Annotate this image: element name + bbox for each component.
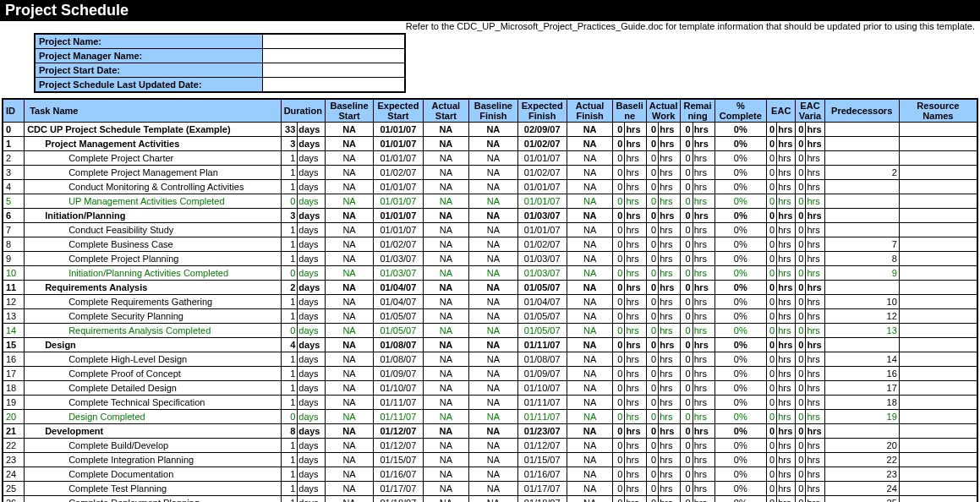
cell-estart: 01/02/07 xyxy=(374,166,423,180)
cell-res xyxy=(899,439,977,453)
cell-eac-u: hrs xyxy=(777,209,796,223)
cell-afinish: NA xyxy=(567,281,613,295)
cell-efinish: 01/03/07 xyxy=(517,209,567,223)
meta-value[interactable] xyxy=(263,49,406,63)
cell-rem-n: 0 xyxy=(681,237,693,252)
cell-id: 4 xyxy=(3,180,25,194)
cell-bstart: NA xyxy=(325,453,373,467)
hdr-res: Resource Names xyxy=(899,99,977,123)
cell-bstart: NA xyxy=(325,209,373,223)
table-row: 8Complete Business Case1daysNA01/02/07NA… xyxy=(3,237,977,252)
hdr-actualwork: Actual Work xyxy=(646,99,681,123)
cell-eacv-u: hrs xyxy=(806,266,824,281)
cell-rem-u: hrs xyxy=(693,352,714,367)
meta-value[interactable] xyxy=(263,63,406,78)
cell-pred xyxy=(824,338,899,352)
hdr-id: ID xyxy=(3,99,25,123)
cell-afinish: NA xyxy=(567,166,613,180)
cell-id: 22 xyxy=(3,439,25,453)
cell-eacv-u: hrs xyxy=(806,223,824,237)
cell-estart: 01/12/07 xyxy=(374,424,423,439)
cell-eac-u: hrs xyxy=(777,396,796,410)
cell-estart: 01/08/07 xyxy=(374,338,423,352)
cell-afinish: NA xyxy=(567,410,613,424)
cell-afinish: NA xyxy=(567,180,613,194)
cell-astart: NA xyxy=(423,324,469,338)
cell-eacv-u: hrs xyxy=(806,396,824,410)
cell-id: 20 xyxy=(3,410,25,424)
cell-eacv-n: 0 xyxy=(796,439,806,453)
cell-rem-n: 0 xyxy=(681,410,693,424)
cell-bstart: NA xyxy=(325,396,373,410)
cell-base-n: 0 xyxy=(613,180,625,194)
schedule-table: ID Task Name Duration Baseline Start Exp… xyxy=(2,98,978,502)
cell-eacv-u: hrs xyxy=(806,295,824,309)
cell-eacv-u: hrs xyxy=(806,281,824,295)
cell-eac-n: 0 xyxy=(767,338,777,352)
cell-base-n: 0 xyxy=(613,223,625,237)
table-row: 10Initiation/Planning Activities Complet… xyxy=(3,266,977,281)
cell-aw-u: hrs xyxy=(659,439,681,453)
cell-dur-u: days xyxy=(298,381,326,396)
cell-rem-n: 0 xyxy=(681,482,693,496)
cell-eacv-n: 0 xyxy=(796,237,806,252)
cell-base-u: hrs xyxy=(625,367,646,381)
cell-pred xyxy=(824,194,899,209)
cell-bstart: NA xyxy=(325,223,373,237)
cell-dur-u: days xyxy=(298,396,326,410)
cell-base-u: hrs xyxy=(625,295,646,309)
cell-rem-n: 0 xyxy=(681,381,693,396)
cell-base-n: 0 xyxy=(613,410,625,424)
cell-res xyxy=(899,410,977,424)
hdr-task: Task Name xyxy=(25,99,281,123)
cell-bfinish: NA xyxy=(469,410,517,424)
cell-id: 14 xyxy=(3,324,25,338)
cell-astart: NA xyxy=(423,424,469,439)
cell-eacv-n: 0 xyxy=(796,338,806,352)
cell-pct: 0% xyxy=(714,209,767,223)
cell-aw-u: hrs xyxy=(659,309,681,324)
cell-rem-u: hrs xyxy=(693,381,714,396)
table-row: 23Complete Integration Planning1daysNA01… xyxy=(3,453,977,467)
cell-aw-u: hrs xyxy=(659,237,681,252)
cell-rem-u: hrs xyxy=(693,123,714,137)
cell-astart: NA xyxy=(423,482,469,496)
cell-eac-u: hrs xyxy=(777,266,796,281)
cell-afinish: NA xyxy=(567,453,613,467)
meta-value[interactable] xyxy=(263,34,406,49)
cell-res xyxy=(899,496,977,503)
cell-rem-n: 0 xyxy=(681,266,693,281)
cell-aw-n: 0 xyxy=(646,467,658,482)
cell-eacv-u: hrs xyxy=(806,381,824,396)
hdr-eacvar: EAC Varia xyxy=(796,99,824,123)
cell-pct: 0% xyxy=(714,281,767,295)
cell-aw-n: 0 xyxy=(646,180,658,194)
cell-base-u: hrs xyxy=(625,281,646,295)
cell-estart: 01/03/07 xyxy=(374,266,423,281)
cell-base-n: 0 xyxy=(613,496,625,503)
cell-pred: 19 xyxy=(824,410,899,424)
cell-estart: 01/05/07 xyxy=(374,309,423,324)
cell-rem-n: 0 xyxy=(681,252,693,266)
cell-rem-u: hrs xyxy=(693,237,714,252)
cell-task: Complete Build/Develop xyxy=(25,439,281,453)
cell-eacv-u: hrs xyxy=(806,194,824,209)
cell-aw-u: hrs xyxy=(659,467,681,482)
cell-base-n: 0 xyxy=(613,137,625,151)
cell-aw-u: hrs xyxy=(659,496,681,503)
cell-bfinish: NA xyxy=(469,381,517,396)
cell-id: 17 xyxy=(3,367,25,381)
meta-value[interactable] xyxy=(263,78,406,93)
meta-row: Project Schedule Last Updated Date: xyxy=(35,78,405,93)
cell-eacv-u: hrs xyxy=(806,338,824,352)
cell-eacv-n: 0 xyxy=(796,166,806,180)
cell-dur-u: days xyxy=(298,252,326,266)
cell-aw-n: 0 xyxy=(646,237,658,252)
cell-id: 15 xyxy=(3,338,25,352)
cell-eacv-n: 0 xyxy=(796,137,806,151)
cell-base-u: hrs xyxy=(625,166,646,180)
cell-rem-u: hrs xyxy=(693,367,714,381)
cell-rem-n: 0 xyxy=(681,453,693,467)
cell-astart: NA xyxy=(423,237,469,252)
cell-estart: 01/12/07 xyxy=(374,439,423,453)
